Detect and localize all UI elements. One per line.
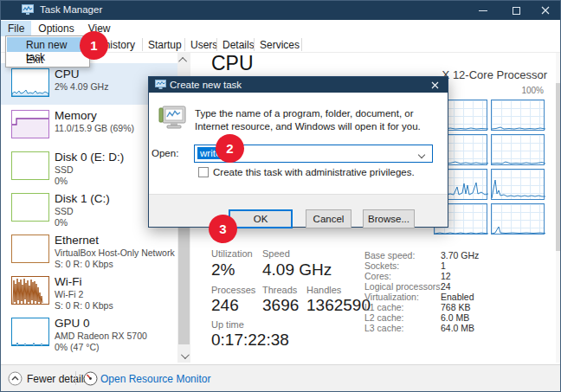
sidebar-gpu-sub2: 0% (47 °C) <box>55 342 147 353</box>
detail-label: L1 cache: <box>364 302 441 312</box>
sidebar-disk0-sub2: 0% <box>55 176 124 187</box>
detail-value: 1 <box>441 260 446 271</box>
tab-details[interactable]: Details <box>222 39 255 51</box>
tab-startup[interactable]: Startup <box>148 39 182 51</box>
detail-l1-cache: L1 cache:768 KB <box>364 302 470 312</box>
cancel-button[interactable]: Cancel <box>306 209 351 228</box>
dialog-description: Type the name of a program, folder, docu… <box>195 107 448 132</box>
fewer-details-button[interactable]: Fewer details <box>27 373 88 385</box>
threads-label: Threads <box>262 285 297 295</box>
open-resource-monitor-link[interactable]: Open Resource Monitor <box>100 373 210 385</box>
ethernet-mini-graph <box>11 235 49 263</box>
dialog-close-button[interactable] <box>422 77 448 93</box>
tab-services[interactable]: Services <box>260 39 300 51</box>
task-manager-icon <box>22 4 34 16</box>
maximize-icon <box>513 7 520 15</box>
utilization-value: 2% <box>211 260 235 280</box>
open-label: Open: <box>152 148 178 158</box>
sidebar-ethernet-title: Ethernet <box>55 233 175 247</box>
annotation-step-1: 1 <box>80 31 108 60</box>
minimize-icon <box>479 10 487 11</box>
detail-cores: Cores:12 <box>364 271 451 281</box>
scroll-up-button[interactable] <box>177 53 190 67</box>
detail-base-speed: Base speed:3.70 GHz <box>364 250 479 260</box>
close-icon <box>431 81 439 89</box>
threads-value: 3696 <box>262 296 299 315</box>
sidebar-gpu-sub1: AMD Radeon RX 5700 <box>55 331 147 342</box>
speed-value: 4.09 GHz <box>262 260 332 280</box>
detail-value: 24 <box>441 281 451 292</box>
uptime-value: 0:17:22:38 <box>211 331 289 350</box>
disk0-mini-graph <box>11 151 49 180</box>
tab-separator <box>216 38 217 51</box>
sidebar-ethernet-sub1: VirtualBox Host-Only Network <box>55 247 175 259</box>
menu-options[interactable]: Options <box>31 21 81 36</box>
wifi-mini-graph <box>11 276 49 305</box>
detail-value: 768 KB <box>441 302 470 312</box>
admin-privileges-checkbox[interactable] <box>198 167 209 177</box>
task-manager-window: Task Manager File Options View pp histor… <box>0 0 561 392</box>
sidebar-disk0-sub1: SSD <box>55 164 124 176</box>
core-graph-cell <box>491 169 545 200</box>
scrollbar-thumb[interactable] <box>556 83 561 251</box>
sidebar-cpu-title: CPU <box>55 67 108 81</box>
disk1-mini-graph <box>11 193 49 222</box>
tab-users[interactable]: Users <box>190 39 217 51</box>
gpu-mini-graph <box>11 318 49 346</box>
sidebar-wifi-sub2: S: 0 R: 0 Kbps <box>55 300 113 312</box>
core-graph-cell <box>491 100 545 131</box>
core-graph-cell <box>491 203 545 235</box>
annotation-step-3: 3 <box>209 215 237 243</box>
detail-label: Cores: <box>364 271 441 281</box>
sidebar-disk1-title: Disk 1 (C:) <box>55 191 110 206</box>
detail-value: 64.0 MB <box>441 323 474 333</box>
detail-label: Base speed: <box>364 250 441 260</box>
create-new-task-dialog: Create new task Type the name of a progr… <box>148 76 448 228</box>
processes-value: 246 <box>211 296 239 315</box>
scrollbar-thumb[interactable] <box>178 222 190 344</box>
browse-button[interactable]: Browse... <box>363 209 415 228</box>
status-bar: Fewer details Open Resource Monitor <box>1 364 561 392</box>
detail-virtualization: Virtualization:Enabled <box>364 292 474 302</box>
chevron-down-icon <box>181 350 190 359</box>
file-menu-dropdown: Run new task Exit <box>5 35 90 67</box>
tab-separator <box>254 38 255 51</box>
utilization-label: Utilization <box>211 248 253 259</box>
sidebar-item-wifi[interactable]: Wi-Fi Wi-Fi 2 S: 0 R: 0 Kbps <box>1 271 177 312</box>
handles-label: Handles <box>306 285 341 295</box>
detail-label: L2 cache: <box>364 312 441 323</box>
sidebar-item-gpu[interactable]: GPU 0 AMD Radeon RX 5700 0% (47 °C) <box>1 312 177 354</box>
cpu-mini-graph <box>11 68 49 97</box>
tab-separator <box>142 38 143 51</box>
detail-label: L3 cache: <box>364 323 441 333</box>
page-title: CPU <box>211 52 254 75</box>
menu-item-exit[interactable]: Exit <box>7 52 88 67</box>
menu-item-run-new-task[interactable]: Run new task <box>7 37 88 52</box>
close-button[interactable] <box>529 1 561 20</box>
sidebar-item-ethernet[interactable]: Ethernet VirtualBox Host-Only Network S:… <box>1 229 177 271</box>
close-icon <box>541 6 550 15</box>
detail-value: 12 <box>441 271 451 281</box>
detail-value: 3.70 GHz <box>441 250 479 260</box>
processor-name: X 12-Core Processor <box>442 68 547 81</box>
sidebar-ethernet-sub2: S: 0 R: 0 Kbps <box>55 259 175 270</box>
sidebar-disk1-sub2: 0% <box>55 217 110 228</box>
minimize-button[interactable] <box>467 1 500 20</box>
detail-value: 6.0 MB <box>441 312 469 323</box>
main-scrollbar[interactable] <box>556 53 561 363</box>
scale-label: 100% <box>521 86 544 95</box>
menu-file[interactable]: File <box>1 21 31 36</box>
admin-privileges-label: Create this task with administrative pri… <box>213 167 415 177</box>
tab-separator <box>301 38 302 51</box>
scroll-down-button[interactable] <box>177 349 190 363</box>
sidebar-disk1-sub1: SSD <box>55 206 110 217</box>
fewer-details-icon <box>8 371 23 386</box>
combobox-dropdown-icon[interactable] <box>418 151 425 158</box>
ok-button[interactable]: OK <box>229 209 293 228</box>
maximize-button[interactable] <box>500 1 532 20</box>
sidebar-cpu-sub: 2% 4.09 GHz <box>55 81 108 93</box>
handles-value: 1362590 <box>306 296 371 315</box>
footer-separator <box>75 371 76 385</box>
detail-value: Enabled <box>441 292 474 302</box>
detail-label: Virtualization: <box>364 292 441 302</box>
